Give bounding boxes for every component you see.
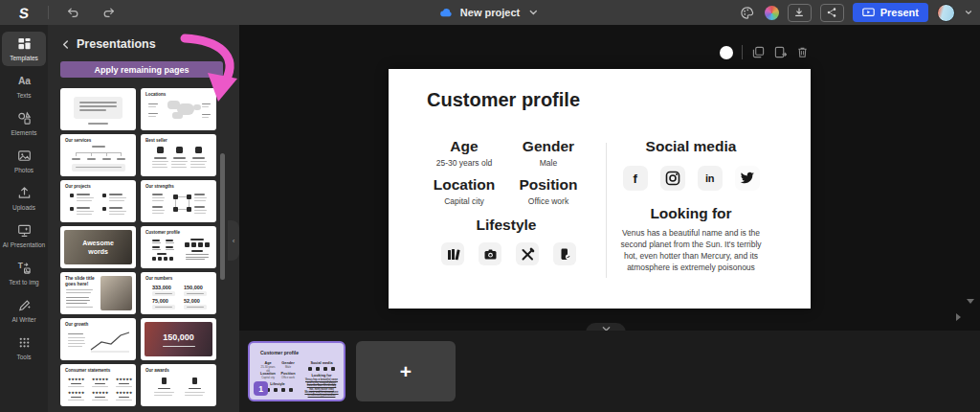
skeleton — [68, 340, 84, 341]
social-media-heading[interactable]: Social media — [619, 138, 763, 155]
field-age[interactable]: Age 25-30 years old — [420, 138, 508, 168]
skeleton — [68, 333, 83, 334]
star-rating: ★★★★★ — [92, 391, 109, 395]
slide[interactable]: Customer profile Age 25-30 years old Gen… — [389, 69, 811, 309]
cloud-sync-icon — [439, 7, 454, 18]
template-thumbnail-map[interactable]: Locations — [141, 88, 216, 130]
slide-1-thumbnail[interactable]: Customer profile Age25-30 years old Gend… — [248, 341, 345, 401]
sidebar-item-uploads[interactable]: Uploads — [2, 181, 46, 216]
template-thumbnail-photo-words[interactable]: Awesomewords — [60, 226, 136, 268]
template-thumbnail-chart[interactable]: Our growth — [60, 318, 136, 360]
template-thumbnail-numbers[interactable]: Our numbers333,000150,00075,00052,000 — [141, 272, 216, 314]
sidebar-item-ai-writer[interactable]: AI Writer — [2, 293, 46, 328]
skeleton — [194, 213, 206, 214]
scroll-down-arrow[interactable] — [967, 299, 974, 304]
looking-for-heading[interactable]: Looking for — [619, 205, 763, 222]
skeleton — [166, 249, 174, 250]
template-thumbnail-strengths[interactable]: Our strengths — [141, 180, 216, 222]
linkedin-icon[interactable]: in — [698, 166, 723, 191]
thumbnail-title: Best seller — [145, 138, 167, 143]
twitter-icon[interactable] — [735, 166, 760, 191]
skeleton — [152, 240, 160, 241]
skeleton — [92, 146, 105, 148]
background-color-swatch[interactable] — [720, 46, 733, 59]
share-icon — [826, 7, 837, 18]
thumbnail-title: Consumer statements — [65, 368, 110, 373]
sidebar-item-texts[interactable]: AaTexts — [2, 69, 46, 103]
new-page-button[interactable] — [773, 46, 787, 59]
undo-button[interactable] — [60, 3, 85, 22]
sidebar-item-ai-presentation[interactable]: AI Presentation — [2, 218, 46, 253]
crossed-tools-icon[interactable] — [516, 242, 539, 265]
theme-palette-button[interactable] — [739, 4, 756, 21]
account-chevron-icon[interactable] — [964, 8, 973, 17]
panel-scrollbar[interactable] — [220, 153, 225, 280]
present-button[interactable]: Present — [853, 3, 928, 22]
delete-slide-button[interactable] — [795, 46, 809, 59]
skeleton — [148, 106, 156, 107]
apply-remaining-pages-button[interactable]: Apply remaining pages — [60, 61, 223, 78]
template-thumbnail-stars[interactable]: Consumer statements★★★★★★★★★★★★★★★★★★★★★… — [60, 364, 136, 406]
project-title-group[interactable]: New project — [439, 7, 541, 18]
add-slide-button[interactable]: + — [356, 341, 456, 401]
skeleton — [171, 161, 188, 162]
camera-icon[interactable] — [479, 242, 501, 265]
skeleton — [186, 257, 209, 258]
skeleton — [109, 194, 122, 195]
template-thumbnail-photo-title[interactable]: The slide title goes here! — [60, 272, 136, 314]
skeleton — [152, 194, 163, 195]
back-chevron-icon — [61, 40, 70, 49]
phone-icon[interactable] — [553, 242, 576, 265]
template-thumbnail-projects[interactable]: Our projects — [60, 180, 136, 222]
instagram-icon[interactable] — [660, 166, 685, 191]
sidebar-item-tools[interactable]: Tools — [2, 331, 46, 365]
download-button[interactable] — [788, 4, 812, 22]
topbar-actions: Present — [739, 3, 973, 22]
skeleton — [186, 259, 205, 260]
template-thumbnail-quote[interactable] — [60, 88, 136, 130]
app-logo[interactable]: S — [0, 5, 48, 21]
skeleton — [171, 164, 186, 165]
thumbnail-title: The slide title goes here! — [65, 276, 96, 287]
sidebar-item-templates[interactable]: Templates — [2, 32, 46, 66]
sidebar-item-text-to-img[interactable]: TText to img — [2, 256, 46, 290]
skeleton — [119, 383, 129, 384]
share-button[interactable] — [820, 4, 844, 22]
scroll-right-arrow[interactable] — [956, 313, 961, 321]
field-position[interactable]: Position Office work — [504, 176, 592, 206]
field-location[interactable]: Location Capital city — [420, 176, 508, 206]
template-thumbnail-tree[interactable]: Our services — [60, 134, 136, 176]
slide-title[interactable]: Customer profile — [427, 89, 580, 111]
skeleton — [77, 194, 90, 195]
thumbnail-number: 150,000 — [184, 285, 203, 290]
sidebar-item-elements[interactable]: Elements — [2, 106, 46, 141]
template-thumbnail-photo-number[interactable]: 150,000 — [141, 318, 216, 360]
skeleton — [95, 397, 105, 398]
template-thumbnail-awards[interactable]: Our awards — [141, 364, 216, 406]
lifestyle-heading[interactable]: Lifestyle — [420, 217, 592, 234]
skeleton — [102, 158, 111, 160]
mini-social-icons — [308, 367, 335, 371]
template-thumbnail-profile[interactable]: Customer profile — [141, 226, 216, 268]
panel-collapse-handle[interactable]: ‹ — [228, 220, 239, 261]
ai-presentation-icon — [17, 223, 32, 239]
skeleton — [87, 158, 96, 160]
color-wheel-icon[interactable] — [765, 6, 779, 20]
skeleton — [68, 343, 85, 344]
user-avatar[interactable] — [937, 4, 955, 22]
skeleton — [92, 386, 108, 387]
books-icon[interactable] — [441, 242, 464, 265]
duplicate-slide-button[interactable] — [751, 46, 765, 59]
sidebar-item-photos[interactable]: Photos — [2, 144, 46, 178]
divider — [742, 45, 743, 59]
looking-for-text[interactable]: Venus has a beautiful name and is the se… — [619, 228, 763, 274]
skeleton — [163, 346, 195, 347]
template-thumbnail-seller[interactable]: Best seller — [141, 134, 216, 176]
facebook-icon[interactable]: f — [623, 166, 648, 191]
field-gender[interactable]: Gender Male — [504, 138, 592, 168]
skeleton — [173, 157, 186, 159]
skeleton — [191, 250, 203, 252]
skeleton — [202, 106, 209, 107]
panel-header[interactable]: Presentations — [48, 25, 239, 51]
redo-button[interactable] — [97, 3, 122, 22]
